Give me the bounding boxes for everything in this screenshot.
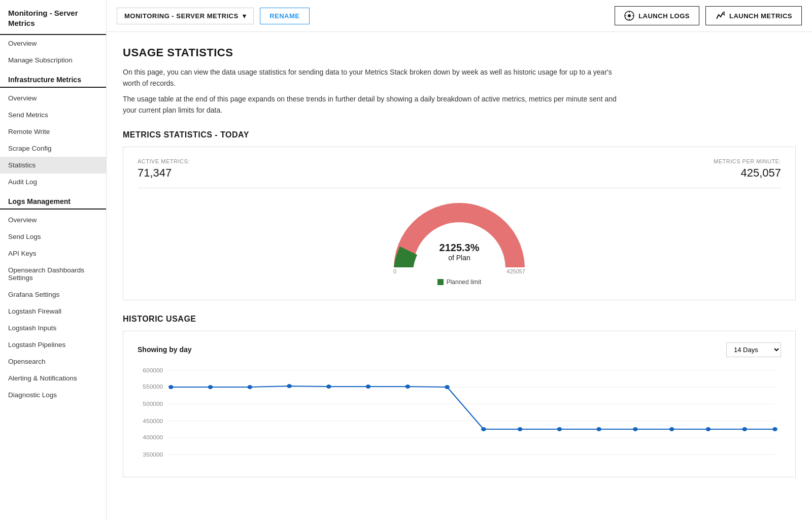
svg-text:550000: 550000	[143, 384, 163, 389]
svg-point-26	[633, 427, 638, 431]
svg-point-17	[287, 384, 292, 388]
rename-button[interactable]: RENAME	[260, 8, 309, 24]
active-metrics-label: ACTIVE METRICS:	[138, 158, 190, 164]
launch-metrics-label: LAUNCH METRICS	[729, 12, 792, 20]
chevron-down-icon: ▾	[243, 12, 247, 20]
svg-point-28	[706, 427, 711, 431]
stats-card: ACTIVE METRICS: 71,347 METRICS PER MINUT…	[123, 147, 796, 300]
launch-metrics-icon	[715, 11, 725, 21]
breadcrumb-dropdown[interactable]: MONITORING - SERVER METRICS ▾	[117, 8, 254, 24]
sidebar-item-send-logs[interactable]: Send Logs	[0, 228, 106, 245]
gauge-center-text: 2125.3% of Plan	[439, 241, 480, 262]
page-content: USAGE STATISTICS On this page, you can v…	[107, 32, 812, 521]
launch-logs-button[interactable]: LAUNCH LOGS	[615, 6, 699, 25]
stat-divider	[138, 188, 781, 188]
historic-card: Showing by day 14 Days 7 Days 30 Days 90…	[123, 331, 796, 477]
launch-logs-icon	[624, 11, 634, 21]
breadcrumb-label: MONITORING - SERVER METRICS	[124, 12, 239, 20]
sidebar-item-remote-write[interactable]: Remote Write	[0, 123, 106, 140]
sidebar-item-api-keys[interactable]: API Keys	[0, 245, 106, 262]
svg-point-18	[326, 385, 331, 389]
svg-point-15	[208, 385, 213, 389]
sidebar-item-manage-subscription[interactable]: Manage Subscription	[0, 52, 106, 68]
svg-text:400000: 400000	[143, 434, 163, 440]
svg-point-19	[366, 385, 371, 389]
sidebar-item-scrape-config[interactable]: Scrape Config	[0, 140, 106, 157]
topbar: MONITORING - SERVER METRICS ▾ RENAME LAU…	[107, 0, 812, 32]
gauge-labels: 0 425057	[393, 268, 525, 274]
sidebar-item-statistics[interactable]: Statistics	[0, 157, 106, 173]
sidebar-item-logstash-pipelines[interactable]: Logstash Pipelines	[0, 336, 106, 353]
historic-section-title: HISTORIC USAGE	[123, 315, 796, 324]
sidebar-item-logstash-firewall[interactable]: Logstash Firewall	[0, 303, 106, 320]
gauge-subtext: of Plan	[439, 254, 480, 262]
svg-point-22	[481, 427, 486, 431]
sidebar-item-alerting-notifications[interactable]: Alerting & Notifications	[0, 370, 106, 387]
sidebar-title: Monitoring - Server Metrics	[0, 0, 106, 35]
legend-label: Planned limit	[447, 279, 482, 286]
sidebar-item-audit-log[interactable]: Audit Log	[0, 173, 106, 190]
svg-point-30	[772, 427, 777, 431]
chart-area: 600000 550000 500000 450000 400000 35000…	[138, 364, 781, 466]
svg-point-25	[596, 427, 601, 431]
gauge-legend: Planned limit	[437, 279, 482, 286]
svg-point-23	[518, 427, 523, 431]
showing-label: Showing by day	[138, 345, 192, 354]
gauge-max-label: 425057	[506, 268, 525, 274]
gauge-min-label: 0	[393, 268, 396, 274]
svg-point-21	[445, 385, 450, 389]
stats-row: ACTIVE METRICS: 71,347 METRICS PER MINUT…	[138, 158, 781, 180]
launch-metrics-button[interactable]: LAUNCH METRICS	[705, 6, 802, 25]
metrics-section-title: METRICS STATISTICS - TODAY	[123, 130, 796, 140]
gauge-container: 2125.3% of Plan 0 425057 Planned limit	[138, 197, 781, 291]
svg-point-14	[168, 385, 174, 389]
sidebar-item-opensearch[interactable]: Opensearch	[0, 353, 106, 370]
main-content: MONITORING - SERVER METRICS ▾ RENAME LAU…	[107, 0, 812, 521]
sidebar-item-diagnostic-logs[interactable]: Diagnostic Logs	[0, 387, 106, 403]
page-title: USAGE STATISTICS	[123, 46, 796, 59]
svg-point-24	[557, 427, 562, 431]
svg-point-16	[248, 385, 253, 389]
metrics-per-minute-label: METRICS PER MINUTE:	[714, 158, 781, 164]
metrics-per-minute-value: 425,057	[740, 166, 781, 179]
active-metrics-block: ACTIVE METRICS: 71,347	[138, 158, 190, 180]
sidebar-item-send-metrics[interactable]: Send Metrics	[0, 107, 106, 123]
historic-header: Showing by day 14 Days 7 Days 30 Days 90…	[138, 342, 781, 357]
sidebar-item[interactable]: Overview	[0, 35, 106, 52]
sidebar-section-infrastructure: Infrastructure Metrics	[0, 68, 106, 88]
svg-point-27	[669, 427, 674, 431]
metrics-per-minute-block: METRICS PER MINUTE: 425,057	[714, 158, 781, 180]
chart-svg: 600000 550000 500000 450000 400000 35000…	[138, 364, 781, 466]
page-description-1: On this page, you can view the data usag…	[123, 66, 620, 89]
svg-text:450000: 450000	[143, 418, 163, 424]
page-description-2: The usage table at the end of this page …	[123, 93, 620, 116]
svg-text:600000: 600000	[143, 367, 163, 373]
svg-text:500000: 500000	[143, 401, 163, 406]
sidebar-item-opensearch-dashboards[interactable]: Opensearch Dashboards Settings	[0, 262, 106, 286]
sidebar-item-grafana-settings[interactable]: Grafana Settings	[0, 286, 106, 303]
sidebar-item-overview-logs[interactable]: Overview	[0, 212, 106, 228]
svg-text:350000: 350000	[143, 451, 163, 457]
svg-point-29	[742, 427, 747, 431]
launch-logs-label: LAUNCH LOGS	[638, 12, 690, 20]
gauge-wrapper: 2125.3% of Plan	[393, 197, 525, 267]
gauge-percent: 2125.3%	[439, 242, 480, 253]
svg-point-20	[405, 385, 411, 389]
sidebar-section-logs: Logs Management	[0, 190, 106, 210]
sidebar-item-logstash-inputs[interactable]: Logstash Inputs	[0, 320, 106, 336]
sidebar: Monitoring - Server Metrics Overview Man…	[0, 0, 107, 521]
legend-dot	[437, 279, 444, 285]
active-metrics-value: 71,347	[138, 166, 172, 179]
days-select[interactable]: 14 Days 7 Days 30 Days 90 Days	[726, 342, 781, 357]
sidebar-item-overview-infra[interactable]: Overview	[0, 90, 106, 107]
